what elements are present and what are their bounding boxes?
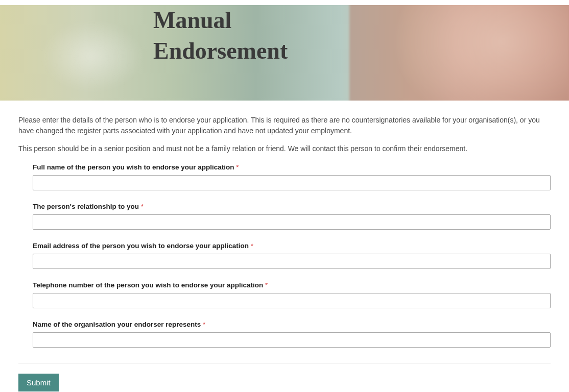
hero-banner: Manual Endorsement xyxy=(0,5,569,101)
field-email: Email address of the person you wish to … xyxy=(33,242,551,269)
label-organisation: Name of the organisation your endorser r… xyxy=(33,321,551,328)
title-line-1: Manual xyxy=(153,7,231,33)
required-marker: * xyxy=(265,281,268,289)
title-line-2: Endorsement xyxy=(153,38,288,64)
required-marker: * xyxy=(236,163,239,171)
field-organisation: Name of the organisation your endorser r… xyxy=(33,321,551,348)
form-divider xyxy=(18,363,551,363)
field-relationship: The person's relationship to you * xyxy=(33,203,551,230)
required-marker: * xyxy=(203,321,205,328)
page-title: Manual Endorsement xyxy=(153,5,288,66)
input-email[interactable] xyxy=(33,254,551,269)
intro-paragraph-1: Please enter the details of the person w… xyxy=(18,115,551,136)
required-marker: * xyxy=(251,242,253,250)
label-telephone: Telephone number of the person you wish … xyxy=(33,281,551,289)
input-relationship[interactable] xyxy=(33,214,551,230)
input-telephone[interactable] xyxy=(33,293,551,308)
required-marker: * xyxy=(141,203,144,210)
field-telephone: Telephone number of the person you wish … xyxy=(33,281,551,308)
main-content: Please enter the details of the person w… xyxy=(0,101,569,392)
intro-paragraph-2: This person should be in a senior positi… xyxy=(18,143,551,154)
submit-button[interactable]: Submit xyxy=(18,374,59,391)
label-full-name: Full name of the person you wish to endo… xyxy=(33,163,551,171)
label-email: Email address of the person you wish to … xyxy=(33,242,551,250)
input-organisation[interactable] xyxy=(33,332,551,348)
field-full-name: Full name of the person you wish to endo… xyxy=(33,163,551,190)
endorsement-form: Full name of the person you wish to endo… xyxy=(18,161,551,348)
label-relationship: The person's relationship to you * xyxy=(33,203,551,210)
input-full-name[interactable] xyxy=(33,175,551,190)
